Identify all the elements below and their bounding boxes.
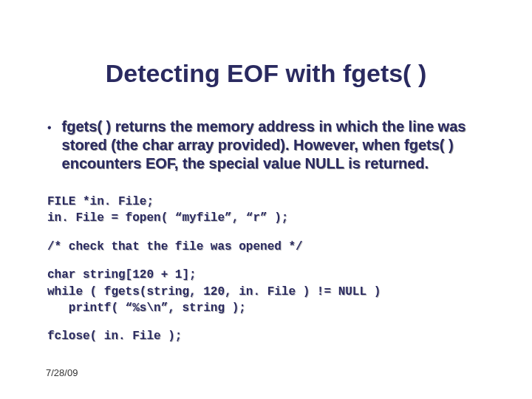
slide-title: Detecting EOF with fgets( ) xyxy=(44,59,488,88)
bullet-item: • fgets( ) returns the memory address in… xyxy=(44,117,488,173)
slide: Detecting EOF with fgets( ) • fgets( ) r… xyxy=(0,0,532,399)
code-block-declaration: FILE *in. File; in. File = fopen( “myfil… xyxy=(47,194,488,227)
bullet-text: fgets( ) returns the memory address in w… xyxy=(62,117,488,173)
code-block-comment: /* check that the file was opened */ xyxy=(47,239,488,255)
code-block-loop: char string[120 + 1]; while ( fgets(stri… xyxy=(47,267,488,316)
bullet-dot-icon: • xyxy=(47,119,52,137)
date-footer: 7/28/09 xyxy=(46,367,78,378)
code-block-close: fclose( in. File ); xyxy=(47,328,488,344)
